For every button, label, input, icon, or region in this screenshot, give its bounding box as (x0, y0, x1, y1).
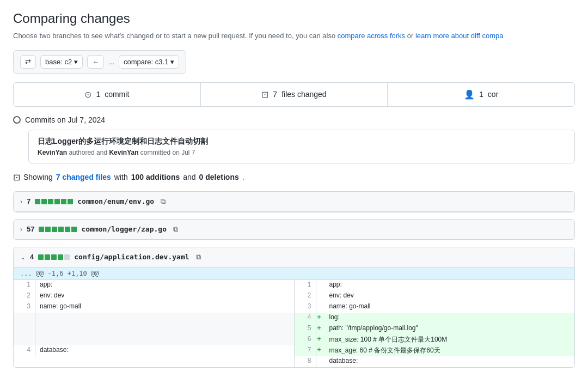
file-count-2: 4 (30, 253, 34, 261)
file-icon: ⊡ (13, 172, 20, 183)
file-count-1: 57 (27, 225, 34, 233)
commits-stat[interactable]: ⊙ 1 commit (14, 83, 201, 106)
commits-label: commit (105, 90, 129, 99)
page-subtitle: Choose two branches to see what's change… (13, 31, 575, 41)
diff-learn-more-link[interactable]: learn more about diff compa (415, 32, 504, 40)
deletions-count: 0 deletions (199, 173, 239, 181)
copy-path-button-1[interactable]: ⧉ (171, 224, 180, 235)
file-diff-header-2[interactable]: ⌄4config/application.dev.yaml⧉ (14, 247, 574, 267)
commit-meta: KevinYan authored and KevinYan committed… (38, 149, 566, 156)
commit-committer: KevinYan (109, 149, 138, 156)
additions-bar-0 (35, 199, 73, 204)
page-title: Comparing changes (13, 11, 575, 26)
right-line-0: 1app: (295, 280, 575, 291)
hunk-header-2: ... @@ -1,6 +1,10 @@ (14, 267, 574, 280)
toggle-arrow-0[interactable]: › (20, 198, 22, 205)
split-diff-2: 1app:2 env: dev3 name: go-mall4database:… (14, 280, 574, 367)
commits-date: Commits on Jul 7, 2024 (25, 115, 105, 124)
right-line-2: 3 name: go-mall (295, 302, 575, 313)
compare-branch-button[interactable]: compare: c3.1 ▾ (119, 55, 179, 69)
files-changed-stat[interactable]: ⊡ 7 files changed (201, 83, 388, 106)
file-diff-header-0[interactable]: ›7common/enum/env.go⧉ (14, 192, 574, 212)
file-diff-0: ›7common/enum/env.go⧉ (13, 191, 575, 212)
diff-right-2: 1app:2 env: dev3 name: go-mall4+ log:5+ … (295, 280, 575, 367)
commits-date-header: Commits on Jul 7, 2024 (13, 115, 575, 124)
toggle-arrow-1[interactable]: › (20, 226, 22, 233)
left-line-4 (14, 324, 294, 335)
showing-bar: ⊡ Showing 7 changed files with 100 addit… (13, 172, 575, 183)
commit-author: KevinYan (38, 149, 67, 156)
branch-dots: ... (108, 58, 114, 66)
files-count: 7 (273, 90, 277, 99)
branch-arrow-button[interactable]: ← (87, 55, 104, 69)
files-icon: ⊡ (261, 89, 268, 100)
compare-branch-label: compare: c3.1 (124, 58, 168, 66)
commit-dot-icon (13, 116, 21, 124)
base-branch-chevron: ▾ (74, 58, 78, 66)
files-label: files changed (281, 90, 327, 99)
contributors-count: 1 (479, 90, 483, 99)
file-diff-1: ›57common/logger/zap.go⧉ (13, 219, 575, 240)
file-diff-2: ⌄4config/application.dev.yaml⧉... @@ -1,… (13, 247, 575, 368)
right-line-3: 4+ log: (295, 313, 575, 324)
commit-entry[interactable]: 日志Logger的多运行环境定制和日志文件自动切割 KevinYan autho… (28, 130, 575, 163)
left-line-1: 2 env: dev (14, 291, 294, 302)
base-branch-label: base: c2 (45, 58, 72, 66)
contributors-icon: 👤 (464, 89, 475, 100)
compare-forks-link[interactable]: compare across forks (338, 32, 405, 40)
right-line-6: 7+ max_age: 60 # 备份文件最多保存60天 (295, 345, 575, 356)
file-diffs: ›7common/enum/env.go⧉›57common/logger/za… (13, 191, 575, 368)
compare-branch-chevron: ▾ (170, 58, 174, 66)
left-line-0: 1app: (14, 280, 294, 291)
left-line-2: 3 name: go-mall (14, 302, 294, 313)
right-line-4: 5+ path: "/tmp/applog/go-mall.log" (295, 324, 575, 335)
stats-bar: ⊙ 1 commit ⊡ 7 files changed 👤 1 cor (13, 82, 575, 107)
file-count-0: 7 (27, 197, 30, 205)
additions-bar-2 (38, 254, 70, 260)
commit-message: 日志Logger的多运行环境定制和日志文件自动切割 (38, 137, 566, 147)
left-line-3 (14, 313, 294, 324)
contributors-label: cor (488, 90, 498, 99)
file-path-0: common/enum/env.go (77, 197, 154, 205)
additions-count: 100 additions (131, 173, 180, 181)
right-line-7: 8database: (295, 356, 575, 367)
commits-count: 1 (96, 90, 100, 99)
right-line-1: 2 env: dev (295, 291, 575, 302)
copy-path-button-0[interactable]: ⧉ (158, 196, 168, 207)
diff-left-2: 1app:2 env: dev3 name: go-mall4database: (14, 280, 295, 367)
left-line-5 (14, 335, 294, 345)
changed-files-link[interactable]: 7 changed files (56, 173, 111, 181)
left-line-6: 4database: (14, 345, 294, 356)
commits-icon: ⊙ (84, 89, 91, 100)
file-path-2: config/application.dev.yaml (74, 253, 189, 261)
swap-branches-button[interactable]: ⇄ (20, 55, 36, 69)
copy-path-button-2[interactable]: ⧉ (194, 252, 203, 263)
additions-bar-1 (39, 227, 77, 232)
toggle-arrow-2[interactable]: ⌄ (20, 253, 26, 261)
base-branch-button[interactable]: base: c2 ▾ (40, 55, 83, 69)
contributors-stat[interactable]: 👤 1 cor (388, 83, 574, 106)
right-line-5: 6+ max_size: 100 # 单个日志文件最大100M (295, 335, 575, 345)
file-path-1: common/logger/zap.go (81, 225, 167, 233)
commits-section: Commits on Jul 7, 2024 日志Logger的多运行环境定制和… (13, 115, 575, 163)
file-diff-header-1[interactable]: ›57common/logger/zap.go⧉ (14, 220, 574, 240)
branch-compare-bar: ⇄ base: c2 ▾ ← ... compare: c3.1 ▾ (13, 50, 186, 74)
